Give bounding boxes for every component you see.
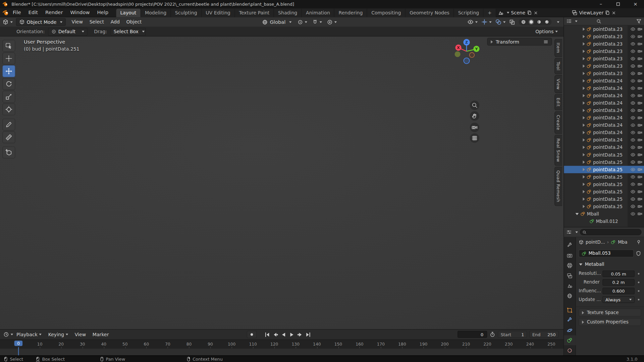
workspace-tab-layout[interactable]: Layout [116,8,141,17]
tool-move-button[interactable] [2,65,15,77]
tool-rotate-button[interactable] [2,78,15,90]
visibility-eye-icon[interactable] [631,189,636,194]
remove-viewlayer-icon[interactable] [612,10,616,15]
navigation-gizmo[interactable]: Z X Y [452,37,481,67]
add-workspace-button[interactable]: + [484,8,496,17]
properties-tab-render[interactable] [564,251,576,261]
render-camera-icon[interactable] [637,145,642,150]
render-camera-icon[interactable] [637,130,642,135]
panel-custom-properties[interactable]: Custom Properties [579,318,641,326]
render-camera-icon[interactable] [637,78,642,83]
visibility-eye-icon[interactable] [631,204,636,209]
outliner-row[interactable]: pointData.25 [564,159,644,166]
expand-right-icon[interactable] [583,153,585,157]
expand-right-icon[interactable] [583,86,585,90]
auto-keying-icon[interactable] [490,331,495,337]
outliner-row[interactable]: pointData.24 [564,92,644,99]
expand-right-icon[interactable] [583,101,585,105]
property-value-field[interactable]: Always [602,296,635,303]
visibility-dropdown[interactable] [467,19,478,25]
pivot-dropdown[interactable] [298,19,307,25]
play-button[interactable] [288,331,295,338]
panel-expand-icon[interactable] [491,40,493,43]
viewport-menu-select[interactable]: Select [86,17,107,27]
outliner-search-icon[interactable] [596,19,601,24]
expand-right-icon[interactable] [583,50,585,53]
sidebar-tab-item[interactable]: Item [554,39,562,57]
outliner-row[interactable]: pointData.23 [564,40,644,48]
render-camera-icon[interactable] [637,42,642,47]
tool-add-cube-button[interactable] [2,146,15,159]
properties-tab-material[interactable] [564,345,576,355]
blender-menu-icon[interactable] [2,9,9,16]
outliner-row[interactable]: pointData.23 [564,70,644,77]
expand-right-icon[interactable] [583,109,585,112]
expand-right-icon[interactable] [583,64,585,68]
timeline-menu-keying[interactable]: Keying [45,329,71,339]
snap-toggle[interactable] [312,19,322,25]
workspace-tab-animation[interactable]: Animation [302,8,335,17]
expand-right-icon[interactable] [583,42,585,46]
playhead-chip[interactable]: 0 [14,341,23,346]
menu-render[interactable]: Render [42,8,66,17]
outliner-row[interactable]: pointData.24 [564,77,644,84]
transform-panel-header[interactable]: Transform [487,38,552,46]
current-frame-field[interactable]: 0 [458,331,487,338]
workspace-tab-geometry-nodes[interactable]: Geometry Nodes [406,8,454,17]
rendered-shading-icon[interactable] [544,19,549,25]
drag-dropdown[interactable]: Select Box [110,28,146,36]
render-camera-icon[interactable] [637,108,642,113]
outliner-row[interactable]: pointData.24 [564,107,644,114]
outliner-row[interactable]: pointData.23 [564,25,644,33]
outliner-row[interactable]: pointData.23 [564,33,644,40]
expand-down-icon[interactable] [576,213,579,215]
perspective-toggle-button[interactable] [470,133,479,143]
outliner-row[interactable]: Mball [564,210,644,218]
expand-right-icon[interactable] [583,79,585,82]
viewport-3d[interactable]: User Perspective (0) bud | pointData.251… [0,37,564,329]
tool-annotate-button[interactable] [2,119,15,131]
visibility-eye-icon[interactable] [631,86,636,91]
expand-right-icon[interactable] [583,197,585,201]
property-value-field[interactable]: 0.2 m [602,279,635,286]
outliner-row[interactable]: pointData.23 [564,48,644,55]
outliner-row[interactable]: pointData.24 [564,121,644,129]
options-dropdown[interactable]: Options [535,29,558,35]
overlays-dropdown[interactable] [495,19,506,25]
workspace-tab-sculpting[interactable]: Sculpting [171,8,202,17]
expand-right-icon[interactable] [583,57,585,60]
menu-edit[interactable]: Edit [25,8,42,17]
start-frame-field[interactable]: Start1 [498,331,527,338]
sidebar-tab-tool[interactable]: Tool [554,58,562,74]
render-camera-icon[interactable] [637,212,642,217]
render-camera-icon[interactable] [637,64,642,69]
proportional-edit-toggle[interactable] [327,19,337,25]
prev-key-button[interactable] [271,331,279,338]
data-breadcrumb-icon[interactable] [611,240,616,245]
gizmo-dropdown[interactable] [481,19,492,25]
record-button[interactable] [247,331,257,338]
render-camera-icon[interactable] [637,189,642,194]
visibility-eye-icon[interactable] [631,78,636,83]
object-breadcrumb-icon[interactable] [579,240,584,245]
render-camera-icon[interactable] [637,137,642,142]
expand-right-icon[interactable] [583,190,585,193]
outliner-row[interactable]: pointData.24 [564,136,644,144]
visibility-eye-icon[interactable] [631,174,636,179]
visibility-eye-icon[interactable] [631,182,636,187]
expand-right-icon[interactable] [583,168,585,171]
outliner-row[interactable]: pointData.25 [564,195,644,203]
outliner-row[interactable]: pointData.25 [564,188,644,195]
outliner-row[interactable]: pointData.25 [564,166,644,173]
workspace-tab-modeling[interactable]: Modeling [141,8,171,17]
viewport-3d-scene[interactable] [0,37,564,329]
expand-right-icon[interactable] [583,175,585,179]
editor-type-icon[interactable] [2,19,8,25]
property-value-field[interactable]: 0.600 [602,288,635,294]
render-camera-icon[interactable] [637,160,642,165]
tool-select-box-button[interactable] [2,40,15,52]
workspace-tab-compositing[interactable]: Compositing [367,8,406,17]
expand-right-icon[interactable] [583,131,585,134]
workspace-tab-shading[interactable]: Shading [274,8,302,17]
render-camera-icon[interactable] [637,71,642,76]
